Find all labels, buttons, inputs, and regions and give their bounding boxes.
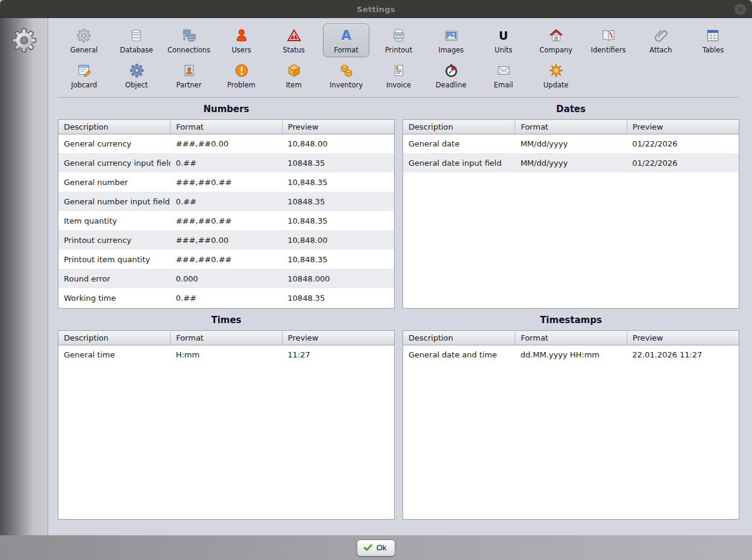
column-header-description: Description: [403, 331, 515, 345]
table-cell: General date: [403, 134, 515, 153]
numbers-title: Numbers: [58, 98, 395, 119]
toolbar-item-tables[interactable]: Tables: [690, 24, 736, 57]
stopwatch-icon: [442, 62, 460, 79]
table-row[interactable]: Printout currency###,##0.0010,848.00: [58, 230, 394, 250]
toolbar-item-partner[interactable]: Partner: [166, 58, 212, 92]
boxes-icon: [337, 62, 356, 79]
settings-window: Settings ×: [0, 0, 752, 560]
toolbar-item-label: Identifiers: [591, 46, 626, 54]
settings-gear-icon[interactable]: [10, 27, 38, 56]
toolbar-item-attach[interactable]: Attach: [638, 24, 684, 57]
toolbar-item-jobcard[interactable]: Jobcard: [61, 58, 107, 92]
table-row[interactable]: General timeH:mm11:27: [58, 345, 394, 364]
ok-button-label: Ok: [377, 543, 387, 552]
column-header-description: Description: [58, 331, 171, 345]
toolbar-item-images[interactable]: Images: [428, 24, 474, 57]
toolbar-item-label: Printout: [385, 46, 412, 54]
toolbar-item-label: Update: [544, 81, 569, 89]
table-row[interactable]: General currency###,##0.0010,848.00: [58, 134, 394, 153]
toolbar-row-2: Jobcard Object: [58, 58, 739, 93]
toolbar-item-company[interactable]: Company: [533, 24, 579, 57]
toolbar-item-label: Deadline: [436, 81, 466, 89]
table-cell: Item quantity: [58, 211, 171, 230]
table-row[interactable]: General dateMM/dd/yyyy01/22/2026: [403, 134, 739, 153]
toolbar-item-invoice[interactable]: Invoice: [375, 58, 422, 92]
column-header-format: Format: [515, 120, 627, 134]
warning-triangle-icon: [285, 27, 303, 44]
toolbar-item-problem[interactable]: Problem: [218, 58, 265, 92]
panel-times: Times Description Format Preview General…: [58, 309, 395, 520]
titlebar: Settings ×: [0, 0, 752, 18]
toolbar-item-label: Problem: [227, 81, 255, 89]
toolbar-item-status[interactable]: Status: [271, 24, 317, 57]
window-body: General Database: [0, 18, 752, 535]
table-row[interactable]: Item quantity###,##0.##10,848.35: [58, 211, 394, 230]
footer-bar: Ok: [0, 535, 752, 560]
table-row[interactable]: General number###,##0.##10,848.35: [58, 172, 394, 192]
table-cell: 01/22/2026: [627, 134, 739, 153]
box-icon: [285, 62, 303, 79]
toolbar-item-label: Users: [231, 46, 251, 54]
book-icon: [600, 27, 618, 44]
toolbar-item-label: Inventory: [330, 81, 363, 89]
table-cell: 0.##: [171, 153, 283, 172]
toolbar-item-inventory[interactable]: Inventory: [323, 58, 369, 92]
table-row[interactable]: Round error0.00010848.000: [58, 269, 394, 288]
toolbar-item-item[interactable]: Item: [271, 58, 317, 92]
toolbar-item-users[interactable]: Users: [218, 24, 265, 57]
toolbar-item-label: Company: [539, 46, 572, 54]
panel-timestamps: Timestamps Description Format Preview Ge…: [403, 309, 739, 520]
panels-row-1: Numbers Description Format Preview Gener…: [58, 98, 739, 309]
table-cell: dd.MM.yyyy HH:mm: [515, 345, 627, 364]
starburst-icon: [547, 62, 565, 79]
table-cell: Printout currency: [58, 230, 171, 250]
printer-icon: [390, 27, 408, 44]
toolbar-item-label: Attach: [650, 46, 672, 54]
portrait-icon: [180, 62, 198, 79]
table-cell: 11:27: [282, 345, 394, 364]
column-header-format: Format: [171, 331, 283, 345]
panel-numbers: Numbers Description Format Preview Gener…: [58, 98, 395, 309]
toolbar-item-deadline[interactable]: Deadline: [428, 58, 474, 92]
column-header-preview: Preview: [282, 331, 394, 345]
blue-gear-icon: [128, 62, 146, 79]
document-pencil-icon: [75, 62, 93, 79]
toolbar-item-email[interactable]: Email: [480, 58, 527, 92]
table-cell: General number: [58, 172, 171, 192]
exclamation-circle-icon: [233, 62, 251, 79]
table-cell: 0.##: [171, 192, 283, 211]
table-row[interactable]: General date input fieldMM/dd/yyyy01/22/…: [403, 153, 739, 172]
close-button[interactable]: ×: [735, 4, 746, 15]
table-row[interactable]: General number input field0.##10848.35: [58, 192, 394, 211]
table-cell: H:mm: [171, 345, 283, 364]
table-row[interactable]: Working time0.##10848.35: [58, 288, 394, 307]
table-cell: 10,848.00: [282, 230, 394, 250]
database-icon: [127, 27, 145, 44]
toolbar-item-identifiers[interactable]: Identifiers: [585, 24, 631, 57]
settings-sidebar: [0, 18, 48, 535]
main-content: General Database: [48, 18, 752, 535]
toolbar-item-update[interactable]: Update: [533, 58, 579, 92]
toolbar-item-label: Connections: [168, 46, 210, 54]
toolbar-item-general[interactable]: General: [61, 24, 107, 57]
table-row[interactable]: Printout item quantity###,##0.##10,848.3…: [58, 250, 394, 269]
toolbar-item-database[interactable]: Database: [113, 24, 160, 57]
table-row[interactable]: General currency input field0.##10848.35: [58, 153, 394, 172]
toolbar-item-units[interactable]: U Units: [480, 24, 527, 57]
letter-u-icon: U: [495, 27, 513, 44]
toolbar-item-format[interactable]: A Format: [323, 24, 369, 57]
timestamps-table: Description Format Preview General date …: [403, 330, 739, 520]
dates-title: Dates: [403, 98, 739, 119]
table-cell: ###,##0.##: [171, 172, 283, 192]
table-cell: General currency: [58, 134, 171, 153]
ok-button[interactable]: Ok: [357, 540, 396, 556]
table-cell: General number input field: [58, 192, 171, 211]
toolbar-item-connections[interactable]: Connections: [166, 24, 212, 57]
toolbar-item-label: Object: [125, 81, 148, 89]
toolbar-item-printout[interactable]: Printout: [375, 24, 422, 57]
table-row[interactable]: General date and timedd.MM.yyyy HH:mm22.…: [403, 345, 739, 364]
toolbar-item-label: Item: [286, 81, 301, 89]
toolbar-item-object[interactable]: Object: [113, 58, 160, 92]
table-cell: 22.01.2026 11:27: [627, 345, 739, 364]
table-cell: General currency input field: [58, 153, 171, 172]
